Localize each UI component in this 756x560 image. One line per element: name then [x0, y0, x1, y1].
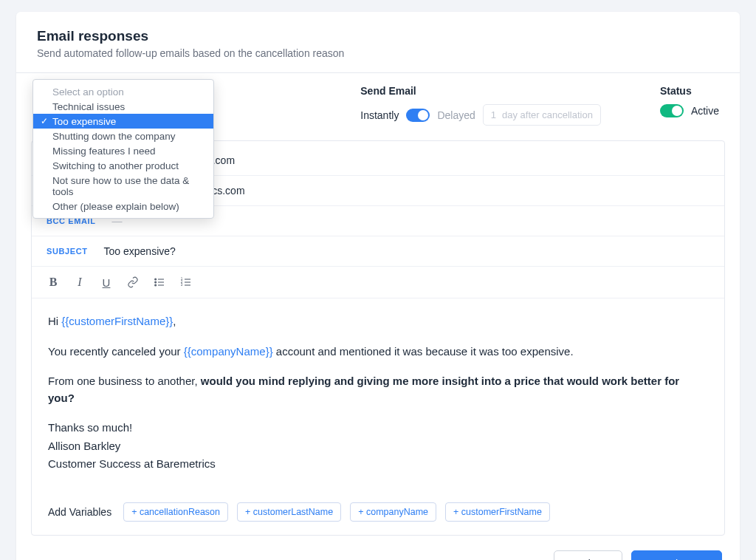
signature-role: Customer Success at Baremetrics: [48, 456, 708, 473]
subject-label: SUBJECT: [47, 247, 88, 256]
chip-customer-first-name[interactable]: + customerFirstName: [445, 502, 550, 522]
line2-pre: You recently canceled your: [48, 345, 184, 358]
card-header: Email responses Send automated follow-up…: [16, 12, 740, 73]
numbered-list-icon[interactable]: 123: [179, 276, 193, 289]
email-responses-card: Email responses Send automated follow-up…: [16, 12, 740, 560]
status-label: Status: [660, 85, 719, 97]
bullet-list-icon[interactable]: [153, 276, 166, 289]
reason-option-1[interactable]: Too expensive: [33, 114, 213, 129]
send-delayed-label: Delayed: [437, 109, 475, 121]
underline-icon[interactable]: U: [100, 276, 113, 289]
subject-row: SUBJECT Too expensive?: [32, 236, 724, 267]
controls-row: Select an option Technical issues Too ex…: [16, 73, 740, 140]
reason-option-4[interactable]: Switching to another product: [33, 158, 213, 173]
svg-point-2: [155, 284, 157, 286]
footer-actions: Send test Save changes: [16, 536, 740, 561]
subject-value[interactable]: Too expensive?: [104, 245, 176, 257]
bold-icon[interactable]: B: [47, 276, 60, 289]
send-timing-toggle[interactable]: [406, 109, 430, 122]
line3-pre: From one business to another,: [48, 375, 201, 387]
chip-company-name[interactable]: + companyName: [350, 502, 436, 522]
send-test-button[interactable]: Send test: [554, 550, 622, 561]
reason-option-2[interactable]: Shutting down the company: [33, 129, 213, 143]
page-title: Email responses: [37, 28, 719, 44]
svg-point-1: [155, 281, 157, 283]
variables-row: Add Variables + cancellationReason + cus…: [32, 495, 724, 535]
chip-customer-last-name[interactable]: + customerLastName: [237, 502, 341, 522]
line2-post: account and mentioned it was because it …: [273, 345, 574, 358]
link-icon[interactable]: [126, 276, 140, 289]
send-email-block: Send Email Instantly Delayed 1 day after…: [360, 85, 601, 126]
line2-var: {{companyName}}: [184, 345, 273, 358]
greeting-var: {{customerFirstName}}: [61, 315, 173, 327]
greeting-pre: Hi: [48, 315, 61, 327]
delay-days-value: 1: [491, 109, 496, 120]
greeting-post: ,: [173, 315, 176, 327]
thanks-line: Thanks so much!: [48, 420, 708, 437]
reason-option-3[interactable]: Missing features I need: [33, 143, 213, 158]
svg-text:3: 3: [181, 283, 183, 287]
status-value: Active: [691, 105, 719, 117]
status-block: Status Active: [660, 85, 719, 126]
delay-days-box: 1 day after cancellation: [483, 104, 601, 126]
reason-option-0[interactable]: Technical issues: [33, 99, 213, 114]
send-email-label: Send Email: [360, 85, 601, 97]
send-instantly-label: Instantly: [360, 109, 399, 121]
status-toggle[interactable]: [660, 104, 684, 117]
page-subtitle: Send automated follow-up emails based on…: [37, 47, 719, 59]
signature-name: Allison Barkley: [48, 438, 708, 455]
svg-point-0: [155, 279, 157, 280]
email-body[interactable]: Hi {{customerFirstName}}, You recently c…: [32, 298, 724, 495]
reason-dropdown[interactable]: Select an option Technical issues Too ex…: [32, 79, 214, 219]
delay-days-text: day after cancellation: [502, 109, 593, 120]
italic-icon[interactable]: I: [73, 276, 86, 289]
reason-option-5[interactable]: Not sure how to use the data & tools: [33, 173, 213, 199]
save-changes-button[interactable]: Save changes: [631, 550, 722, 561]
variables-label: Add Variables: [48, 506, 111, 518]
chip-cancellation-reason[interactable]: + cancellationReason: [123, 502, 228, 522]
editor-toolbar: B I U 123: [32, 267, 724, 298]
reason-option-6[interactable]: Other (please explain below): [33, 199, 213, 214]
reason-option-placeholder: Select an option: [33, 84, 213, 99]
